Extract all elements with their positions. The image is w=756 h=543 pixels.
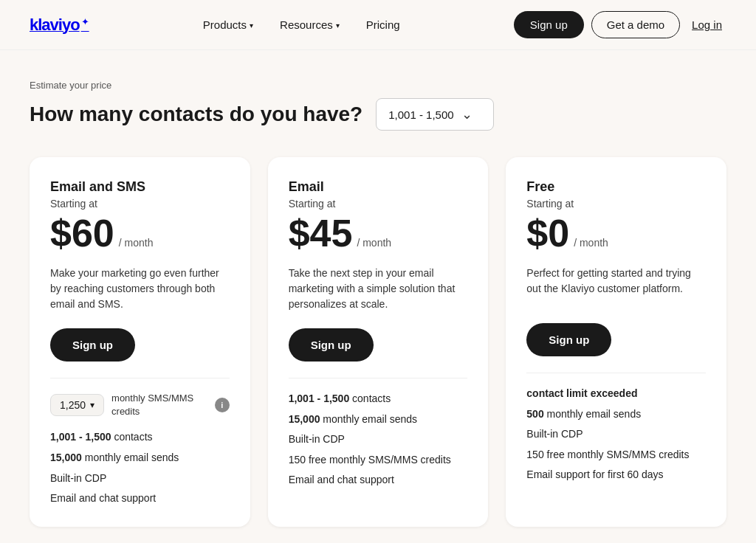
products-chevron-icon: ▾: [250, 21, 253, 30]
estimate-label: Estimate your price: [30, 80, 726, 91]
feature-email-contacts: 1,001 - 1,500 contacts: [289, 392, 468, 407]
plan-email-sms-title: Email and SMS: [50, 179, 230, 195]
plan-email-sms-desc: Make your marketing go even further by r…: [50, 266, 230, 312]
plan-email-per-month: / month: [357, 237, 391, 249]
plan-free-title: Free: [526, 179, 706, 195]
nav-signup-button[interactable]: Sign up: [514, 11, 584, 38]
plan-email-title: Email: [289, 179, 468, 195]
nav-pricing[interactable]: Pricing: [356, 13, 410, 37]
plan-email-sms-per-month: / month: [119, 237, 154, 249]
plan-free-per-month: / month: [574, 237, 608, 249]
plan-email-sms-price: $60: [50, 214, 114, 252]
sms-credits-value: 1,250: [60, 399, 86, 411]
sms-chevron-icon: ▾: [90, 400, 94, 410]
feature-email-cdp: Built-in CDP: [289, 432, 468, 447]
plan-free-signup-button[interactable]: Sign up: [526, 323, 611, 356]
plan-email-price: $45: [289, 214, 353, 252]
plan-email-sms-signup-button[interactable]: Sign up: [50, 328, 135, 362]
contacts-selected-value: 1,001 - 1,500: [388, 108, 453, 121]
navbar: klaviyo✦ Products ▾ Resources ▾ Pricing …: [0, 0, 756, 50]
plan-email-card: Email Starting at $45 / month Take the n…: [268, 157, 489, 527]
contacts-question: How many contacts do you have?: [30, 103, 362, 126]
feature-free-cdp: Built-in CDP: [526, 427, 706, 442]
logo-icon: ✦: [81, 16, 89, 27]
contacts-chevron-icon: ⌄: [461, 106, 472, 122]
feature-cdp: Built-in CDP: [50, 471, 230, 486]
card-divider: [50, 378, 230, 378]
nav-resources[interactable]: Resources ▾: [269, 13, 350, 37]
resources-chevron-icon: ▾: [336, 21, 340, 30]
contacts-row: How many contacts do you have? 1,001 - 1…: [30, 98, 726, 131]
plan-email-sms-card: Email and SMS Starting at $60 / month Ma…: [30, 157, 250, 527]
feature-email-sends: 15,000 monthly email sends: [289, 412, 468, 427]
card-divider-email: [289, 378, 468, 378]
sms-credits-select[interactable]: 1,250 ▾: [50, 394, 104, 416]
feature-email-sends: 15,000 monthly email sends: [50, 451, 230, 466]
feature-free-contact-limit: contact limit exceeded: [526, 387, 706, 401]
feature-free-sms-credits: 150 free monthly SMS/MMS credits: [526, 448, 706, 463]
plan-free-features: contact limit exceeded 500 monthly email…: [526, 387, 706, 483]
plan-free-price-row: $0 / month: [526, 214, 706, 252]
plan-email-sms-price-row: $60 / month: [50, 214, 230, 252]
plan-free-starting: Starting at: [526, 198, 706, 210]
nav-links: Products ▾ Resources ▾ Pricing: [193, 13, 410, 37]
sms-info-icon[interactable]: i: [215, 398, 230, 412]
feature-contacts: 1,001 - 1,500 contacts: [50, 430, 230, 445]
plan-free-price: $0: [526, 214, 569, 252]
plan-email-sms-features: 1,001 - 1,500 contacts 15,000 monthly em…: [50, 430, 230, 505]
nav-actions: Sign up Get a demo Log in: [514, 11, 726, 38]
plan-email-features: 1,001 - 1,500 contacts 15,000 monthly em…: [289, 392, 468, 488]
plan-email-sms-starting: Starting at: [50, 198, 230, 210]
card-divider-free: [526, 373, 706, 373]
nav-products[interactable]: Products ▾: [193, 13, 264, 37]
feature-support: Email and chat support: [50, 491, 230, 506]
feature-free-email-sends: 500 monthly email sends: [526, 407, 706, 422]
main-content: Estimate your price How many contacts do…: [0, 50, 756, 543]
logo[interactable]: klaviyo✦: [30, 15, 89, 35]
plan-free-card: Free Starting at $0 / month Perfect for …: [506, 157, 726, 527]
sms-credits-row: 1,250 ▾ monthly SMS/MMScredits i: [50, 392, 230, 418]
feature-email-sms-credits: 150 free monthly SMS/MMS credits: [289, 453, 468, 468]
plan-email-desc: Take the next step in your email marketi…: [289, 266, 468, 312]
plan-email-signup-button[interactable]: Sign up: [289, 328, 374, 362]
logo-text: klaviyo: [30, 15, 80, 34]
feature-free-support: Email support for first 60 days: [526, 468, 706, 483]
sms-credits-label: monthly SMS/MMScredits: [111, 392, 193, 418]
nav-login-button[interactable]: Log in: [687, 13, 726, 37]
plan-free-desc: Perfect for getting started and trying o…: [526, 266, 706, 307]
plan-email-starting: Starting at: [289, 198, 468, 210]
plan-email-price-row: $45 / month: [289, 214, 468, 252]
nav-demo-button[interactable]: Get a demo: [591, 11, 680, 38]
pricing-cards: Email and SMS Starting at $60 / month Ma…: [30, 157, 726, 527]
contacts-dropdown[interactable]: 1,001 - 1,500 ⌄: [376, 98, 494, 131]
feature-email-support: Email and chat support: [289, 473, 468, 488]
